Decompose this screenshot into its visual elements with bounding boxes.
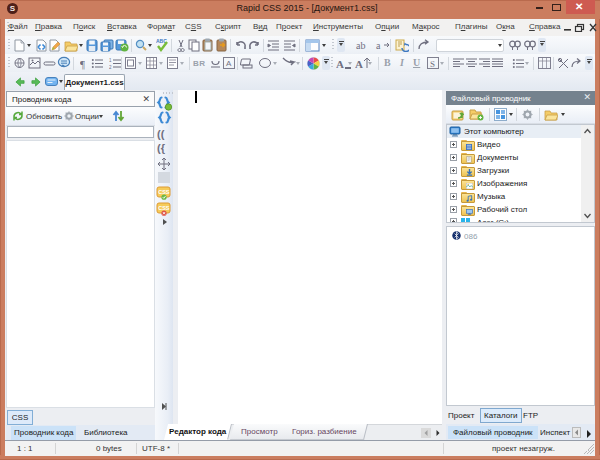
svg-text:¶: ¶ xyxy=(80,58,85,70)
svg-text:A: A xyxy=(336,58,344,70)
svg-text:({: ({ xyxy=(157,142,166,154)
svg-text:A: A xyxy=(355,58,363,70)
svg-text:CSS: CSS xyxy=(158,205,170,211)
svg-text:1: 1 xyxy=(109,58,112,63)
svg-text:ab: ab xyxy=(356,40,365,51)
svg-text:((: (( xyxy=(157,128,165,140)
svg-text:CSS: CSS xyxy=(158,189,170,195)
svg-text:2: 2 xyxy=(109,65,112,70)
svg-text:S: S xyxy=(430,59,435,69)
svg-text:a: a xyxy=(376,40,381,51)
svg-text:A: A xyxy=(226,59,232,68)
